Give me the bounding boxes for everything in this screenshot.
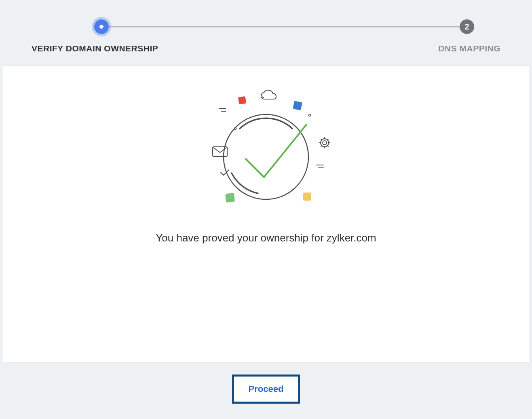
svg-rect-2 [293, 101, 302, 110]
step-label-2: DNS MAPPING [438, 44, 500, 53]
page-container: 2 VERIFY DOMAIN OWNERSHIP DNS MAPPING [3, 3, 529, 416]
svg-rect-3 [225, 193, 235, 203]
step-indicator-2: 2 [460, 19, 474, 34]
step-indicator-1-wrapper [94, 19, 109, 34]
success-illustration [185, 86, 347, 216]
step-indicator-1 [94, 19, 109, 34]
svg-rect-4 [303, 193, 311, 201]
footer-bar: Proceed [3, 362, 529, 416]
stepper: 2 [32, 19, 500, 34]
step-indicator-2-wrapper: 2 [460, 19, 474, 34]
content-panel: You have proved your ownership for zylke… [3, 66, 529, 362]
svg-point-0 [224, 114, 308, 199]
svg-point-12 [234, 128, 236, 130]
svg-point-7 [321, 139, 329, 147]
svg-point-6 [323, 141, 327, 145]
stepper-labels: VERIFY DOMAIN OWNERSHIP DNS MAPPING [32, 44, 500, 53]
svg-rect-1 [238, 96, 246, 104]
svg-point-13 [309, 114, 311, 116]
stepper-line [100, 26, 468, 28]
step-label-1: VERIFY DOMAIN OWNERSHIP [32, 44, 158, 53]
stepper-header: 2 VERIFY DOMAIN OWNERSHIP DNS MAPPING [3, 3, 529, 66]
success-message: You have proved your ownership for zylke… [156, 232, 376, 244]
proceed-button[interactable]: Proceed [232, 375, 300, 404]
